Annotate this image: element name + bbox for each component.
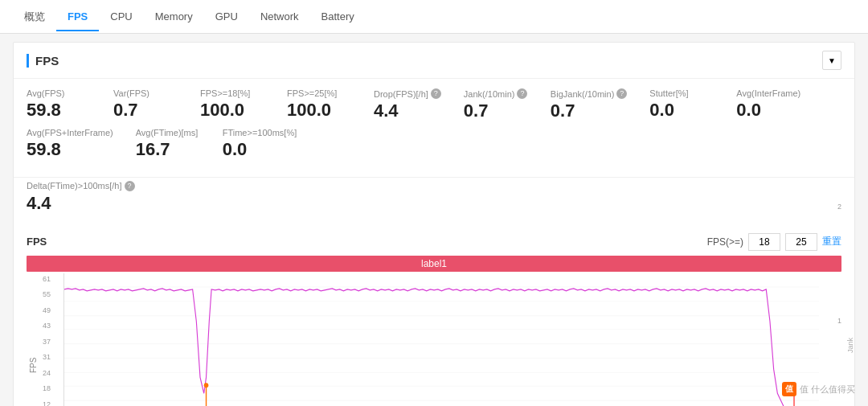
stat-value-avg-fps-interframe: 59.8 bbox=[27, 139, 113, 160]
nav-item-gpu[interactable]: GPU bbox=[204, 2, 249, 31]
stats-row: Avg(FPS) 59.8 Var(FPS) 0.7 FPS>=18[%] 10… bbox=[27, 88, 841, 167]
nav-bar: 概览 FPS CPU Memory GPU Network Battery bbox=[0, 0, 868, 34]
fps-controls: FPS(>=) 重置 bbox=[707, 233, 841, 251]
stat-avg-interframe: Avg(InterFrame) 0.0 bbox=[736, 88, 800, 121]
stat-var-fps: Var(FPS) 0.7 bbox=[113, 88, 178, 121]
watermark-icon: 值 bbox=[782, 382, 796, 396]
stat-label-ftime-ge100: FTime>=100ms[%] bbox=[223, 128, 297, 137]
right-tick-1: 1 bbox=[821, 317, 841, 325]
panel-header: FPS ▼ bbox=[14, 43, 854, 79]
info-icon-drop[interactable]: ? bbox=[431, 88, 441, 99]
nav-item-overview[interactable]: 概览 bbox=[13, 2, 56, 32]
watermark-text: 值 什么值得买 bbox=[800, 383, 855, 396]
stat-ftime-ge100: FTime>=100ms[%] 0.0 bbox=[223, 128, 297, 160]
fps-threshold-2-input[interactable] bbox=[785, 233, 817, 251]
info-icon-bigjank[interactable]: ? bbox=[616, 88, 627, 99]
stat-jank: Jank(/10min) ? 0.7 bbox=[464, 88, 528, 121]
panel-dropdown-button[interactable]: ▼ bbox=[822, 51, 841, 70]
info-icon-jank[interactable]: ? bbox=[517, 88, 527, 99]
reset-button[interactable]: 重置 bbox=[822, 235, 841, 248]
stat-stutter: Stutter[%] 0.0 bbox=[649, 88, 714, 121]
stat-value-avg-interframe: 0.0 bbox=[736, 100, 800, 121]
stat-bigjank: BigJank(/10min) ? 0.7 bbox=[551, 88, 627, 121]
stat-fps-ge25: FPS>=25[%] 100.0 bbox=[287, 88, 351, 121]
delta-section: Delta(FTime)>100ms[/h] ? 4.4 bbox=[14, 178, 854, 224]
info-icon-delta[interactable]: ? bbox=[125, 181, 135, 191]
stats-section: Avg(FPS) 59.8 Var(FPS) 0.7 FPS>=18[%] 10… bbox=[14, 79, 854, 178]
stat-label-jank: Jank(/10min) ? bbox=[464, 88, 528, 99]
nav-item-memory[interactable]: Memory bbox=[144, 2, 204, 31]
stat-label-avg-fps-interframe: Avg(FPS+InterFrame) bbox=[27, 128, 113, 137]
right-tick-2: 2 bbox=[821, 203, 841, 211]
fps-chart-svg bbox=[64, 273, 819, 406]
stat-label-avg-ftime: Avg(FTime)[ms] bbox=[136, 128, 200, 137]
y-tick-37: 37 bbox=[43, 338, 60, 346]
y-tick-61: 61 bbox=[43, 275, 60, 283]
nav-item-cpu[interactable]: CPU bbox=[99, 2, 143, 31]
stat-value-jank: 0.7 bbox=[464, 100, 528, 121]
stat-value-drop-fps: 4.4 bbox=[374, 100, 441, 121]
fps-threshold-1-input[interactable] bbox=[748, 233, 780, 251]
y-tick-43: 43 bbox=[43, 322, 60, 330]
chart-section: FPS FPS(>=) 重置 label1 FPS bbox=[14, 224, 854, 406]
chart-header: FPS FPS(>=) 重置 bbox=[27, 233, 841, 251]
delta-label: Delta(FTime)>100ms[/h] ? bbox=[27, 181, 841, 191]
y-tick-31: 31 bbox=[43, 353, 60, 361]
stat-avg-ftime: Avg(FTime)[ms] 16.7 bbox=[136, 128, 200, 160]
y-tick-55: 55 bbox=[43, 290, 60, 298]
stat-fps-ge18: FPS>=18[%] 100.0 bbox=[200, 88, 264, 121]
stat-value-fps-ge18: 100.0 bbox=[200, 100, 264, 121]
stat-avg-fps: Avg(FPS) 59.8 bbox=[27, 88, 91, 121]
main-content: FPS ▼ Avg(FPS) 59.8 Var(FPS) 0.7 bbox=[0, 34, 868, 406]
stat-drop-fps: Drop(FPS)[/h] ? 4.4 bbox=[374, 88, 441, 121]
stat-value-bigjank: 0.7 bbox=[551, 100, 627, 121]
stat-value-avg-fps: 59.8 bbox=[27, 100, 91, 121]
fps-ge-label: FPS(>=) bbox=[707, 236, 743, 248]
nav-item-network[interactable]: Network bbox=[249, 2, 310, 31]
stat-value-avg-ftime: 16.7 bbox=[136, 139, 200, 160]
stat-label-avg-fps: Avg(FPS) bbox=[27, 88, 91, 98]
right-axis-label: Jank bbox=[846, 338, 854, 353]
svg-point-11 bbox=[204, 383, 209, 388]
delta-value: 4.4 bbox=[27, 193, 841, 214]
stat-label-fps-ge18: FPS>=18[%] bbox=[200, 88, 264, 98]
stat-value-ftime-ge100: 0.0 bbox=[223, 139, 297, 160]
nav-item-fps[interactable]: FPS bbox=[56, 2, 99, 31]
stat-value-var-fps: 0.7 bbox=[113, 100, 178, 121]
stat-label-bigjank: BigJank(/10min) ? bbox=[551, 88, 627, 99]
panel-title: FPS bbox=[27, 54, 59, 68]
stat-label-drop-fps: Drop(FPS)[/h] ? bbox=[374, 88, 441, 99]
nav-item-battery[interactable]: Battery bbox=[310, 2, 366, 31]
stat-value-stutter: 0.0 bbox=[649, 100, 714, 121]
stat-label-fps-ge25: FPS>=25[%] bbox=[287, 88, 351, 98]
chevron-down-icon: ▼ bbox=[828, 56, 836, 65]
stat-label-stutter: Stutter[%] bbox=[649, 88, 714, 98]
y-axis-label: FPS bbox=[27, 273, 39, 406]
y-tick-12: 12 bbox=[43, 400, 60, 406]
stat-avg-fps-interframe: Avg(FPS+InterFrame) 59.8 bbox=[27, 128, 113, 160]
watermark: 值 值 什么值得买 bbox=[782, 382, 855, 396]
chart-wrapper: label1 FPS 0 6 12 18 24 31 bbox=[27, 256, 841, 406]
y-tick-18: 18 bbox=[43, 384, 60, 392]
y-tick-24: 24 bbox=[43, 369, 60, 377]
stat-value-fps-ge25: 100.0 bbox=[287, 100, 351, 121]
stat-label-var-fps: Var(FPS) bbox=[113, 88, 178, 98]
stat-label-avg-interframe: Avg(InterFrame) bbox=[736, 88, 800, 98]
chart-title: FPS bbox=[27, 236, 47, 248]
fps-panel: FPS ▼ Avg(FPS) 59.8 Var(FPS) 0.7 bbox=[13, 42, 855, 406]
y-tick-49: 49 bbox=[43, 306, 60, 314]
label1-bar: label1 bbox=[27, 256, 841, 272]
chart-area: FPS 0 6 12 18 24 31 37 43 bbox=[27, 273, 841, 406]
